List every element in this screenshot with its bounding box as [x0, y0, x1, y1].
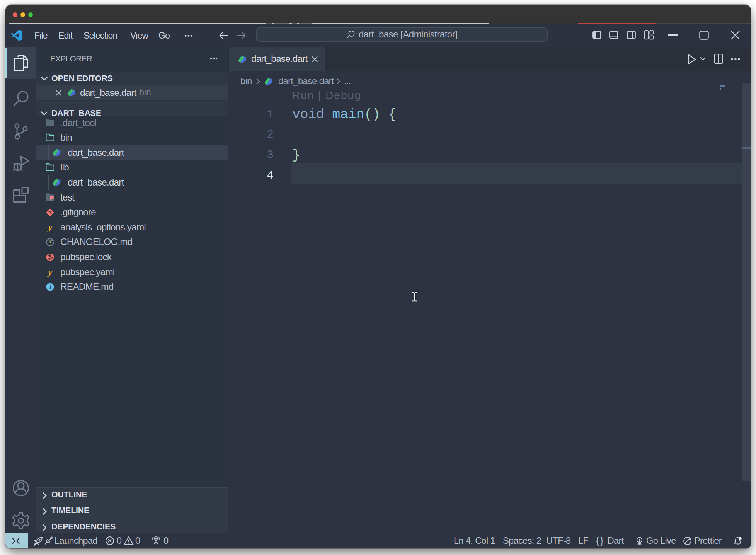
svg-text:i: i [49, 284, 51, 290]
